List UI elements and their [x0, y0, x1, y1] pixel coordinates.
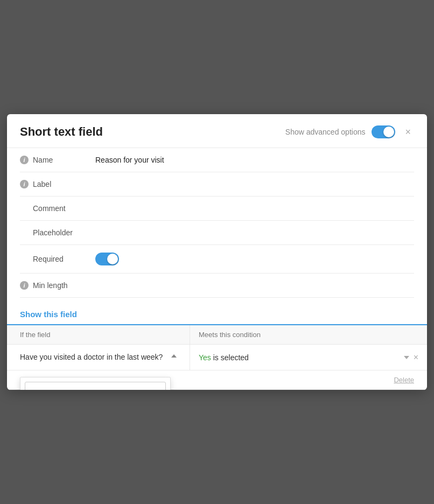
- name-row: i Name Reason for your visit: [20, 148, 414, 172]
- show-field-tab[interactable]: Show this field: [20, 310, 77, 325]
- show-field-tab-container: Show this field: [7, 302, 427, 325]
- chevron-up-icon: [171, 354, 177, 358]
- condition-table: If the field Meets this condition Have y…: [7, 325, 427, 390]
- header-right: Show advanced options ×: [285, 125, 414, 138]
- advanced-options-toggle[interactable]: [372, 125, 395, 138]
- close-button[interactable]: ×: [402, 126, 414, 138]
- placeholder-label: Placeholder: [20, 228, 73, 237]
- label-info-icon[interactable]: i: [20, 180, 29, 188]
- field-selector: Have you visited a doctor in the last we…: [7, 345, 190, 370]
- required-label: Required: [20, 255, 64, 263]
- min-length-label-container: i Min length: [20, 281, 95, 290]
- label-label-container: i Label: [20, 180, 95, 188]
- label-label: Label: [33, 180, 51, 188]
- name-label-container: i Name: [20, 156, 95, 164]
- delete-button[interactable]: Delete: [394, 376, 414, 384]
- col-field-header: If the field: [7, 325, 190, 344]
- condition-header: If the field Meets this condition: [7, 325, 427, 345]
- comment-label-container: Comment: [20, 204, 95, 213]
- required-label-container: Required: [20, 255, 95, 263]
- condition-row-1: Have you visited a doctor in the last we…: [7, 345, 427, 371]
- placeholder-input[interactable]: [95, 228, 414, 237]
- min-length-row: i Min length: [20, 274, 414, 298]
- dropdown-search-input[interactable]: [25, 382, 166, 390]
- dropdown-search-container: [20, 377, 170, 390]
- modal: Short text field Show advanced options ×…: [7, 114, 427, 390]
- condition-text: Yes is selected: [199, 353, 249, 362]
- comment-label: Comment: [20, 204, 66, 213]
- condition-actions: ×: [404, 353, 418, 362]
- name-info-icon[interactable]: i: [20, 156, 29, 164]
- field-dropdown: First name Last name Email address Prima…: [20, 377, 171, 390]
- min-length-info-icon[interactable]: i: [20, 281, 29, 290]
- required-toggle[interactable]: [95, 253, 119, 265]
- name-value: Reason for your visit: [95, 156, 414, 164]
- modal-title: Short text field: [20, 125, 103, 139]
- col-condition-header: Meets this condition: [190, 325, 427, 344]
- label-input[interactable]: [95, 180, 414, 188]
- condition-yes-text: Yes: [199, 353, 211, 362]
- condition-is-selected-text: is selected: [213, 353, 249, 362]
- placeholder-label-container: Placeholder: [20, 228, 95, 237]
- field-selector-button[interactable]: Have you visited a doctor in the last we…: [20, 352, 177, 363]
- form-section: i Name Reason for your visit i Label Com…: [7, 148, 427, 298]
- condition-clear-button[interactable]: ×: [414, 353, 418, 362]
- required-row: Required: [20, 245, 414, 274]
- min-length-input[interactable]: [95, 281, 414, 290]
- min-length-label: Min length: [33, 281, 68, 290]
- field-selector-text: Have you visited a doctor in the last we…: [20, 352, 171, 363]
- name-label: Name: [33, 156, 53, 164]
- condition-chevron-down-icon[interactable]: [404, 356, 409, 359]
- advanced-options-label: Show advanced options: [285, 128, 366, 136]
- modal-header: Short text field Show advanced options ×: [7, 114, 427, 148]
- placeholder-row: Placeholder: [20, 221, 414, 245]
- condition-value-col: Yes is selected ×: [190, 345, 427, 370]
- label-row: i Label: [20, 172, 414, 197]
- comment-row: Comment: [20, 197, 414, 221]
- comment-input[interactable]: [95, 204, 414, 213]
